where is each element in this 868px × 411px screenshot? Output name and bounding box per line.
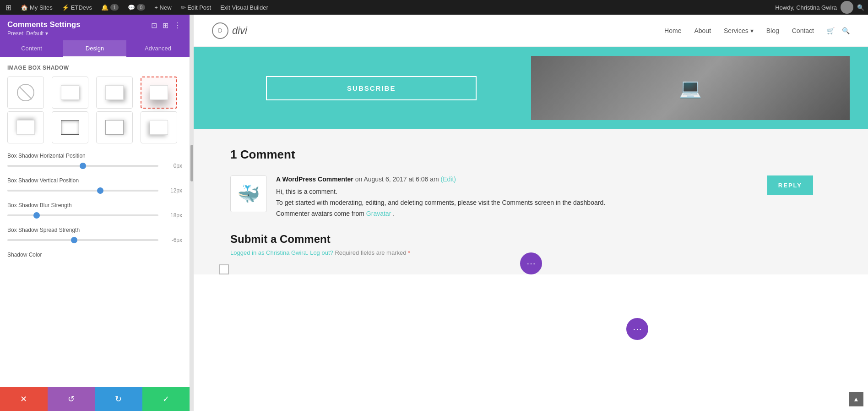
float-purple-button[interactable]: ⋯ <box>520 252 542 274</box>
chevron-up-icon: ▲ <box>853 395 859 403</box>
slider-horizontal-value: 0px <box>164 163 182 169</box>
slider-horizontal: Box Shadow Horizontal Position 0px <box>7 153 182 169</box>
nav-about[interactable]: About <box>694 27 711 34</box>
shadow-option-3[interactable] <box>141 77 177 109</box>
slider-blur: Box Shadow Blur Strength 18px <box>7 202 182 219</box>
settings-tabs: Content Design Advanced <box>0 40 190 57</box>
cart-icon[interactable]: 🛒 <box>827 27 835 34</box>
settings-header-icons: ⊡ ⊞ ⋮ <box>150 20 182 31</box>
shadow-option-2[interactable] <box>96 77 133 109</box>
subscribe-button[interactable]: SUBSCRIBE <box>266 76 477 100</box>
confirm-button[interactable]: ✓ <box>142 387 190 411</box>
tab-content[interactable]: Content <box>0 40 63 57</box>
required-asterisk: * <box>408 249 410 256</box>
settings-preset[interactable]: Preset: Default ▾ <box>7 30 150 37</box>
logged-in-link[interactable]: Logged in as Christina Gwira. <box>230 249 309 256</box>
slider-spread-row: -6px <box>7 237 182 243</box>
tab-advanced[interactable]: Advanced <box>126 40 190 57</box>
ellipsis-icon: ⋯ <box>633 323 642 334</box>
no-shadow-symbol <box>17 84 34 101</box>
settings-title-area: Comments Settings Preset: Default ▾ <box>7 20 150 37</box>
site-nav-links: Home About Services ▾ Blog Contact 🛒 🔍 <box>664 27 850 34</box>
shadow-grid <box>7 77 182 143</box>
slider-vertical-value: 12px <box>164 187 182 194</box>
redo-button[interactable]: ↻ <box>95 387 142 411</box>
nav-services[interactable]: Services ▾ <box>724 27 754 34</box>
edit-post-link[interactable]: ✏ Edit Post <box>179 4 213 11</box>
expand-icon[interactable]: ⊡ <box>150 20 158 31</box>
et-icon: ⚡ <box>62 4 69 11</box>
home-icon: 🏠 <box>21 4 28 11</box>
shadow-option-4[interactable] <box>7 111 44 143</box>
logged-in-text: Logged in as Christina Gwira. Log out? R… <box>230 249 850 256</box>
search-nav-icon[interactable]: 🔍 <box>842 27 850 34</box>
shadow-option-7[interactable] <box>141 111 177 143</box>
shadow-section-label: Image Box Shadow <box>7 65 182 71</box>
shadow-preview-3 <box>150 85 168 100</box>
shadow-option-6[interactable] <box>96 111 133 143</box>
comment-avatar: 🐳 <box>230 175 267 212</box>
comment-count: 1 Comment <box>230 148 850 162</box>
scroll-bar-area <box>190 15 194 411</box>
divi-logo-text: divi <box>232 25 247 37</box>
more-icon[interactable]: ⋮ <box>173 20 182 31</box>
main-layout: Comments Settings Preset: Default ▾ ⊡ ⊞ … <box>0 15 868 411</box>
logout-link[interactable]: Log out? <box>310 249 333 256</box>
reply-button[interactable]: REPLY <box>767 175 813 195</box>
chat-link[interactable]: 💬 0 <box>126 4 147 11</box>
comment-text-1: Hi, this is a comment. <box>276 186 850 197</box>
slider-spread-input[interactable] <box>7 239 158 241</box>
slider-horizontal-input[interactable] <box>7 165 158 167</box>
shadow-option-none[interactable] <box>7 77 44 109</box>
laptop-image: 💻 <box>531 56 850 120</box>
settings-content: Image Box Shadow <box>0 57 190 387</box>
site-nav: D divi Home About Services ▾ Blog Contac… <box>194 15 868 47</box>
gravatar-link[interactable]: Gravatar <box>366 210 391 217</box>
wp-logo[interactable]: ⊞ <box>4 3 13 12</box>
comments-link[interactable]: 🔔 1 <box>99 4 120 11</box>
shadow-option-1[interactable] <box>52 77 88 109</box>
slider-spread-label: Box Shadow Spread Strength <box>7 227 182 233</box>
shadow-option-5[interactable] <box>52 111 88 143</box>
subscribe-left: SUBSCRIBE <box>212 76 531 100</box>
slider-vertical: Box Shadow Vertical Position 12px <box>7 177 182 194</box>
admin-bar-right: Howdy, Christina Gwira 🔍 <box>775 1 864 14</box>
float-checkbox[interactable] <box>219 264 229 274</box>
cancel-button[interactable]: ✕ <box>0 387 48 411</box>
wordpress-icon: ⊞ <box>5 3 11 12</box>
settings-panel: Comments Settings Preset: Default ▾ ⊡ ⊞ … <box>0 15 190 411</box>
nav-blog[interactable]: Blog <box>766 27 779 34</box>
subscribe-section: SUBSCRIBE 💻 <box>194 47 868 129</box>
required-fields-text: Required fields are marked * <box>335 249 410 256</box>
site-logo: D divi <box>212 22 247 39</box>
undo-button[interactable]: ↺ <box>48 387 95 411</box>
search-icon[interactable]: 🔍 <box>857 4 864 11</box>
slider-horizontal-row: 0px <box>7 163 182 169</box>
scroll-bar-thumb[interactable] <box>190 145 193 181</box>
nav-contact[interactable]: Contact <box>792 27 814 34</box>
nav-home[interactable]: Home <box>664 27 681 34</box>
comment-edit-link[interactable]: (Edit) <box>441 175 456 183</box>
slider-vertical-input[interactable] <box>7 190 158 192</box>
floating-purple-menu[interactable]: ⋯ <box>626 318 648 340</box>
shadow-preview-5 <box>61 120 79 135</box>
scroll-to-top-button[interactable]: ▲ <box>849 392 863 406</box>
comment-author: A WordPress Commenter <box>276 175 353 183</box>
new-link[interactable]: + New <box>152 4 173 11</box>
tab-design[interactable]: Design <box>63 40 126 57</box>
comment-body: A WordPress Commenter on August 6, 2017 … <box>276 175 850 219</box>
grid-icon[interactable]: ⊞ <box>162 20 169 31</box>
website-preview: D divi Home About Services ▾ Blog Contac… <box>194 15 868 411</box>
shadow-preview-2 <box>105 85 124 100</box>
slider-blur-input[interactable] <box>7 214 158 216</box>
dots-icon: ⋯ <box>526 258 536 269</box>
exit-builder-link[interactable]: Exit Visual Builder <box>218 4 270 11</box>
my-sites-link[interactable]: 🏠 My Sites <box>19 4 54 11</box>
shadow-preview-7 <box>150 120 168 135</box>
et-devs-link[interactable]: ⚡ ETDevs <box>60 4 94 11</box>
comment-text-2: To get started with moderating, editing,… <box>276 197 850 208</box>
admin-bar: ⊞ 🏠 My Sites ⚡ ETDevs 🔔 1 💬 0 + New ✏ Ed… <box>0 0 868 15</box>
settings-header: Comments Settings Preset: Default ▾ ⊡ ⊞ … <box>0 15 190 40</box>
submit-comment-title: Submit a Comment <box>230 233 850 246</box>
slider-vertical-label: Box Shadow Vertical Position <box>7 177 182 184</box>
